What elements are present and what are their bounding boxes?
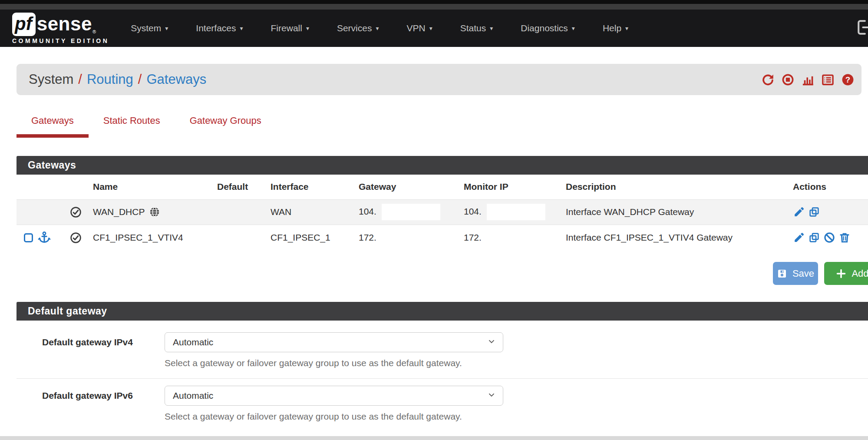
help-circle-icon[interactable]: ? [841, 73, 855, 86]
breadcrumb-gateways-link[interactable]: Gateways [146, 72, 206, 87]
breadcrumb-system: System [29, 72, 73, 87]
gateway-name: WAN_DHCP [93, 207, 145, 217]
redaction-box [487, 204, 545, 220]
breadcrumb: System / Routing / Gateways [29, 72, 206, 87]
save-button[interactable]: Save [773, 262, 818, 285]
tab-gateway-groups[interactable]: Gateway Groups [175, 115, 276, 138]
navbar: pf sense ® COMMUNITY EDITION System▾ Int… [0, 10, 868, 47]
row-status-cell [64, 199, 89, 225]
chevron-down-icon [487, 390, 496, 401]
breadcrumb-bar: System / Routing / Gateways [17, 64, 861, 95]
copy-icon[interactable] [808, 206, 820, 218]
gateway-ip-cell: 104. [350, 199, 457, 225]
chevron-down-icon [487, 337, 496, 348]
default-gateway-ipv6-row: Default gateway IPv6 Automatic Select a … [17, 378, 868, 432]
monitor-ip: 172. [464, 232, 482, 242]
default-gateway-ipv4-select[interactable]: Automatic [165, 332, 503, 352]
column-header-blank [17, 175, 64, 199]
default-gateway-panel-header: Default gateway [17, 302, 868, 321]
anchor-icon[interactable] [37, 231, 51, 245]
breadcrumb-separator: / [138, 72, 142, 87]
check-circle-icon [64, 232, 89, 244]
edit-icon[interactable] [793, 206, 805, 218]
chevron-down-icon: ▾ [165, 25, 168, 32]
square-icon[interactable] [24, 233, 33, 242]
gateway-name-cell: CF1_IPSEC_1_VTIV4 [89, 225, 217, 251]
add-button[interactable]: Add [824, 262, 868, 285]
logo-registered-mark: ® [92, 29, 96, 34]
refresh-icon[interactable] [761, 73, 775, 86]
monitor-ip-cell: 172. [457, 225, 563, 251]
gateways-panel: Gateways Name Default Interface Gateway … [17, 156, 868, 251]
ban-icon[interactable] [823, 232, 835, 244]
chevron-down-icon: ▾ [306, 25, 309, 32]
nav-item-label: Interfaces [196, 23, 236, 33]
table-header-row: Name Default Interface Gateway Monitor I… [17, 175, 868, 199]
trash-icon[interactable] [838, 232, 851, 244]
nav-item-label: System [131, 23, 161, 33]
interface-cell: CF1_IPSEC_1 [266, 225, 350, 251]
field-help-text: Select a gateway or failover gateway gro… [165, 358, 868, 368]
nav-item-diagnostics[interactable]: Diagnostics▾ [521, 23, 575, 33]
breadcrumb-separator: / [78, 72, 82, 87]
gateways-panel-header: Gateways [17, 156, 868, 175]
panel-title: Gateways [28, 159, 76, 171]
svg-text:?: ? [845, 75, 850, 84]
row-left-icons-cell [17, 199, 64, 225]
nav-item-vpn[interactable]: VPN▾ [406, 23, 432, 33]
select-value: Automatic [173, 390, 213, 401]
description-cell: Interface WAN_DHCP Gateway [563, 199, 792, 225]
redaction-box [382, 204, 440, 220]
logo-tagline: COMMUNITY EDITION [12, 37, 109, 44]
nav-item-system[interactable]: System▾ [131, 23, 168, 33]
copy-icon[interactable] [808, 232, 820, 244]
nav-item-label: Diagnostics [521, 23, 568, 33]
gateway-ip: 104. [359, 206, 376, 216]
table-row: WAN_DHCP [17, 199, 868, 225]
pfsense-logo[interactable]: pf sense ® COMMUNITY EDITION [12, 13, 109, 44]
page-action-icons: ? [761, 73, 855, 86]
chevron-down-icon: ▾ [572, 25, 575, 32]
list-icon[interactable] [821, 73, 835, 86]
nav-item-status[interactable]: Status▾ [460, 23, 493, 33]
description-cell: Interface CF1_IPSEC_1_VTIV4 Gateway [563, 225, 792, 251]
window-title-strip [0, 4, 868, 10]
save-icon [777, 268, 787, 279]
tab-gateways[interactable]: Gateways [17, 115, 89, 138]
column-header-interface: Interface [266, 175, 350, 199]
default-cell [217, 199, 266, 225]
nav-item-interfaces[interactable]: Interfaces▾ [196, 23, 243, 33]
table-row: CF1_IPSEC_1_VTIV4 CF1_IPSEC_1 172. 172. … [17, 225, 868, 251]
field-help-text: Select a gateway or failover gateway gro… [165, 411, 868, 422]
column-header-actions: Actions [792, 175, 868, 199]
nav-item-firewall[interactable]: Firewall▾ [271, 23, 309, 33]
breadcrumb-routing-link[interactable]: Routing [87, 72, 133, 87]
default-gateway-ipv4-row: Default gateway IPv4 Automatic Select a … [17, 321, 868, 378]
globe-icon [149, 206, 161, 218]
column-header-monitor-ip: Monitor IP [457, 175, 563, 199]
sign-out-icon[interactable] [855, 18, 868, 39]
edit-icon[interactable] [793, 232, 805, 244]
column-header-gateway: Gateway [350, 175, 457, 199]
nav-item-help[interactable]: Help▾ [603, 23, 628, 33]
actions-cell [792, 225, 868, 251]
bar-chart-icon[interactable] [801, 73, 815, 86]
actions-cell [792, 199, 868, 225]
stop-circle-icon[interactable] [781, 73, 795, 86]
save-button-label: Save [792, 268, 814, 279]
row-left-icons-cell [17, 225, 64, 251]
row-status-cell [64, 225, 89, 251]
default-cell [217, 225, 266, 251]
nav-item-label: Services [337, 23, 372, 33]
panel-title: Default gateway [28, 305, 107, 317]
chevron-down-icon: ▾ [376, 25, 379, 32]
chevron-down-icon: ▾ [429, 25, 432, 32]
default-gateway-panel: Default gateway Default gateway IPv4 Aut… [17, 302, 868, 432]
field-label: Default gateway IPv6 [17, 386, 165, 422]
add-button-label: Add [851, 268, 868, 279]
default-gateway-ipv6-select[interactable]: Automatic [165, 386, 503, 406]
bottom-strip [0, 436, 868, 440]
nav-item-services[interactable]: Services▾ [337, 23, 379, 33]
tab-static-routes[interactable]: Static Routes [89, 115, 175, 138]
field-label: Default gateway IPv4 [17, 332, 165, 368]
